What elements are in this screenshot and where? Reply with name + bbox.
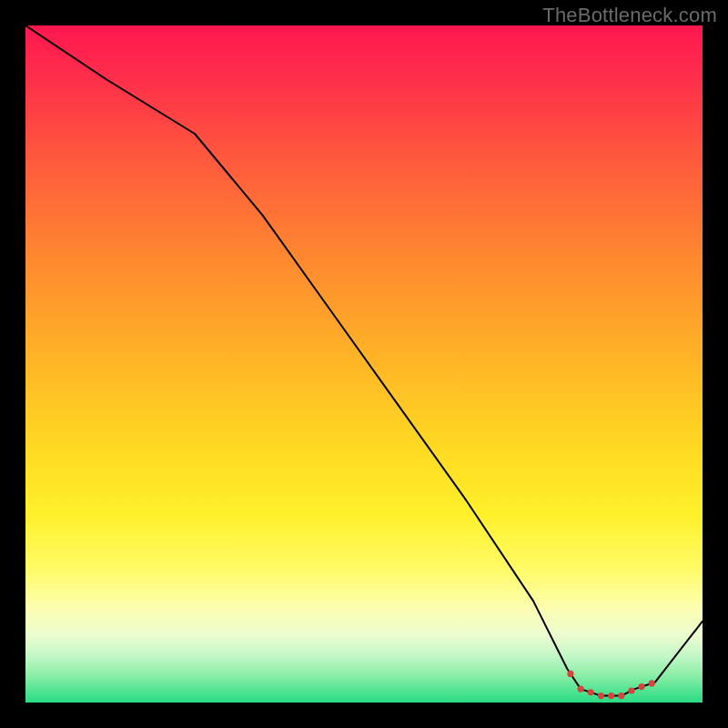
data-marker [588, 689, 594, 695]
watermark-text: TheBottleneck.com [542, 4, 717, 27]
plot-area [25, 25, 703, 703]
data-marker [638, 683, 644, 690]
data-line [25, 25, 703, 696]
data-marker [567, 671, 573, 677]
data-marker [608, 693, 614, 699]
data-marker [618, 693, 624, 699]
data-markers [567, 671, 655, 699]
chart-frame: TheBottleneck.com [0, 0, 728, 728]
data-marker [578, 686, 584, 693]
data-marker [649, 680, 655, 686]
data-marker [598, 693, 604, 699]
chart-svg [25, 25, 703, 703]
data-marker [628, 687, 634, 693]
